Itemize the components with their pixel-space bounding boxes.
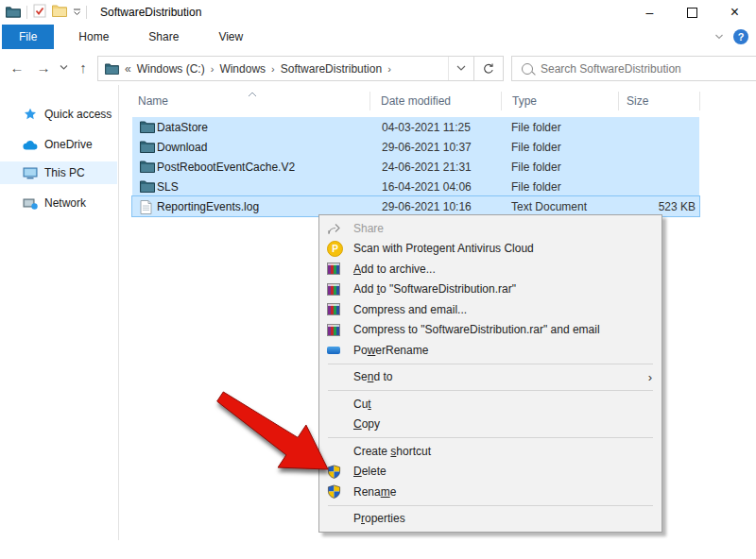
breadcrumb: « Windows (C:) › Windows › SoftwareDistr… <box>98 62 448 76</box>
ribbon-tab-bar: File Home Share View <box>0 25 756 50</box>
menu-item-properties[interactable]: Properties <box>319 509 662 530</box>
menu-item-copy[interactable]: Copy <box>319 415 662 435</box>
table-row[interactable]: PostRebootEventCache.V2 24-06-2021 21:31… <box>132 157 699 177</box>
address-box[interactable]: « Windows (C:) › Windows › SoftwareDistr… <box>97 56 504 81</box>
menu-item-cut[interactable]: Cut <box>319 394 662 415</box>
menu-item-create-shortcut[interactable]: Create shortcut <box>319 441 662 462</box>
menu-item-scan-protegent[interactable]: P Scan with Protegent Antivirus Cloud <box>319 239 662 260</box>
menu-item-compress-email[interactable]: Compress and email... <box>319 299 662 320</box>
menu-item-delete[interactable]: Delete <box>319 462 662 483</box>
file-date: 29-06-2021 10:16 <box>382 200 472 213</box>
divider <box>26 6 27 19</box>
menu-item-powerrename[interactable]: PowerRename <box>319 340 662 361</box>
protegent-antivirus-icon: P <box>327 241 353 257</box>
menu-item-label: Compress and email... <box>353 303 467 316</box>
search-input[interactable]: Search SoftwareDistribution <box>511 56 756 81</box>
refresh-button[interactable] <box>473 57 503 80</box>
tab-share[interactable]: Share <box>133 25 194 49</box>
breadcrumb-separator-icon: › <box>387 63 391 75</box>
column-header-date-modified[interactable]: Date modified <box>381 94 451 108</box>
column-divider[interactable] <box>618 92 619 110</box>
tab-view[interactable]: View <box>203 25 258 49</box>
powerrename-icon <box>327 347 353 354</box>
tab-home[interactable]: Home <box>63 25 124 49</box>
pane-divider[interactable] <box>118 85 119 540</box>
address-dropdown-chevron-icon[interactable] <box>448 57 473 80</box>
share-icon <box>327 222 353 235</box>
close-button[interactable]: × <box>713 0 756 25</box>
column-header-name[interactable]: Name <box>138 94 168 108</box>
folder-icon <box>140 121 155 134</box>
file-date: 16-04-2021 04:06 <box>382 180 472 194</box>
tab-file[interactable]: File <box>2 25 54 49</box>
menu-item-compress-rar-email[interactable]: Compress to "SoftwareDistribution.rar" a… <box>319 320 662 341</box>
file-name: ReportingEvents.log <box>157 200 259 213</box>
column-header-type[interactable]: Type <box>512 94 537 108</box>
up-button[interactable]: ↑ <box>72 49 94 85</box>
column-headers: Name Date modified Type Size <box>119 90 756 114</box>
menu-item-add-to-rar[interactable]: Add to "SoftwareDistribution.rar" <box>319 280 662 300</box>
column-divider[interactable] <box>501 92 502 110</box>
breadcrumb-separator-icon: › <box>271 63 275 75</box>
sidebar-item-label: This PC <box>44 166 85 179</box>
menu-item-label: PowerRename <box>353 344 428 357</box>
maximize-button[interactable] <box>671 0 713 25</box>
file-name: SLS <box>157 180 179 194</box>
table-row-selected[interactable]: ReportingEvents.log 29-06-2021 10:16 Tex… <box>132 196 699 216</box>
properties-qat-icon[interactable] <box>33 4 46 21</box>
sidebar-item-label: OneDrive <box>44 138 93 151</box>
breadcrumb-drive[interactable]: Windows (C:) <box>137 62 205 76</box>
search-placeholder: Search SoftwareDistribution <box>541 62 681 76</box>
sidebar-item-this-pc[interactable]: This PC <box>0 161 117 184</box>
breadcrumb-overflow[interactable]: « <box>125 62 131 76</box>
qat-customize-chevron-icon[interactable] <box>73 8 80 16</box>
table-row[interactable]: Download 29-06-2021 10:37 File folder <box>132 137 699 157</box>
new-folder-qat-icon[interactable] <box>52 5 67 20</box>
menu-separator <box>328 364 653 364</box>
address-bar: ← → ↑ « Windows (C:) › Windows › Softwar… <box>0 49 756 85</box>
table-row[interactable]: SLS 16-04-2021 04:06 File folder <box>132 177 699 196</box>
sidebar-item-network[interactable]: Network <box>0 192 117 214</box>
onedrive-cloud-icon <box>23 138 38 151</box>
folder-icon <box>140 180 155 194</box>
minimize-button[interactable]: – <box>628 0 671 25</box>
help-button[interactable]: ? <box>733 29 748 44</box>
menu-item-share[interactable]: Share <box>319 218 662 239</box>
menu-separator <box>328 505 653 506</box>
sidebar-item-onedrive[interactable]: OneDrive <box>0 133 117 156</box>
menu-separator <box>328 390 653 391</box>
quick-access-toolbar: SoftwareDistribution <box>0 4 201 21</box>
collapse-ribbon-chevron-icon[interactable] <box>714 33 722 41</box>
table-row[interactable]: DataStore 04-03-2021 11:25 File folder <box>132 117 699 137</box>
breadcrumb-separator-icon: › <box>211 63 215 75</box>
text-document-icon <box>140 200 155 213</box>
menu-item-send-to[interactable]: Send to › <box>319 367 662 388</box>
menu-item-add-to-archive[interactable]: Add to archive... <box>319 259 662 280</box>
column-divider[interactable] <box>699 92 700 110</box>
back-button[interactable]: ← <box>6 49 28 85</box>
file-date: 04-03-2021 11:25 <box>382 121 471 134</box>
folder-icon <box>140 161 155 174</box>
column-divider[interactable] <box>369 92 370 110</box>
menu-item-rename[interactable]: Rename <box>319 482 662 502</box>
submenu-arrow-icon: › <box>648 370 652 384</box>
winrar-icon <box>327 263 353 275</box>
menu-item-label: Share <box>353 222 384 235</box>
file-name: DataStore <box>157 121 208 134</box>
file-type: File folder <box>511 141 561 154</box>
forward-button[interactable]: → <box>32 49 55 85</box>
breadcrumb-current[interactable]: SoftwareDistribution <box>281 62 382 76</box>
breadcrumb-windows[interactable]: Windows <box>219 62 266 76</box>
menu-item-label: Rename <box>353 485 396 499</box>
winrar-icon <box>327 303 353 315</box>
winrar-icon <box>327 283 353 296</box>
file-name: Download <box>157 141 207 154</box>
sidebar-item-quick-access[interactable]: Quick access <box>0 103 117 126</box>
menu-item-label: Copy <box>353 417 380 431</box>
menu-item-label: Delete <box>353 465 387 478</box>
menu-item-label: Add to archive... <box>353 263 436 276</box>
history-chevron-icon[interactable] <box>55 49 72 85</box>
column-header-size[interactable]: Size <box>627 94 648 108</box>
network-pc-icon <box>23 196 38 210</box>
file-date: 29-06-2021 10:37 <box>382 141 472 154</box>
